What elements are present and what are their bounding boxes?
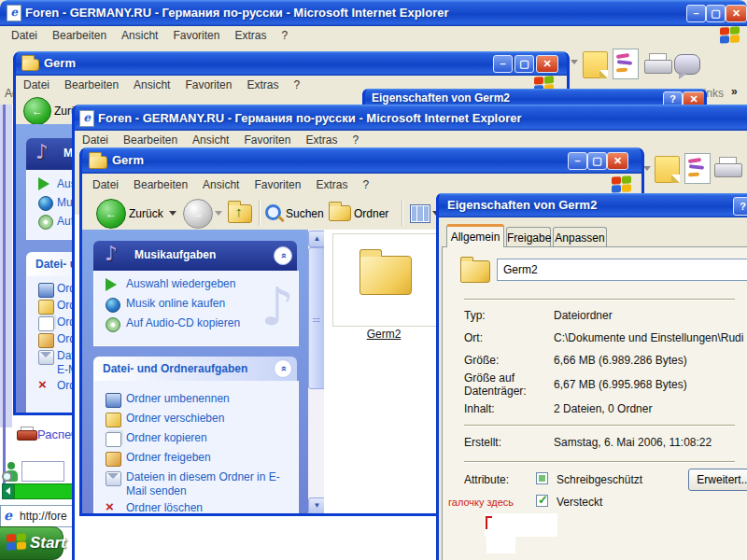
name-field[interactable]: Germ2 bbox=[497, 259, 747, 281]
task-link[interactable]: Musik online kaufen bbox=[126, 297, 225, 311]
dialog-properties-front: Eigenschaften von Germ2 ? Allgemein Frei… bbox=[436, 193, 747, 560]
menu-help[interactable]: ? bbox=[293, 78, 300, 91]
advanced-button[interactable]: Erweitert... bbox=[688, 469, 747, 491]
back-button[interactable]: ← bbox=[23, 97, 51, 125]
back-dropdown-icon[interactable] bbox=[169, 211, 176, 216]
print-icon[interactable] bbox=[714, 157, 740, 179]
cd-icon bbox=[106, 317, 120, 332]
menu-datei[interactable]: Datei bbox=[92, 178, 119, 191]
menu-bearbeiten[interactable]: Bearbeiten bbox=[123, 133, 177, 147]
collapse-chevron-icon[interactable]: » bbox=[274, 246, 292, 265]
minimize-button[interactable]: – bbox=[493, 55, 513, 73]
menu-ansicht[interactable]: Ansicht bbox=[121, 29, 158, 42]
task-link[interactable]: Dateien in diesem Ordner in E-Mail sende… bbox=[126, 470, 287, 498]
tab-anpassen[interactable]: Anpassen bbox=[553, 227, 607, 247]
menu-ansicht[interactable]: Ansicht bbox=[192, 133, 229, 147]
readonly-checkbox[interactable] bbox=[536, 472, 548, 484]
mail-icon[interactable] bbox=[655, 156, 680, 183]
task-link[interactable]: Auf Audio-CD kopieren bbox=[126, 316, 240, 330]
close-button[interactable]: ✕ bbox=[726, 5, 747, 22]
maximize-button[interactable]: ▢ bbox=[706, 5, 726, 22]
tab-freigabe[interactable]: Freigabe bbox=[506, 227, 551, 247]
annotation-text: галочку здесь bbox=[448, 497, 514, 508]
menu-help[interactable]: ? bbox=[362, 178, 369, 191]
collapse-chevron-icon[interactable]: » bbox=[274, 359, 292, 378]
file-pane-header[interactable]: Datei- und Ordneraufgaben » bbox=[93, 357, 297, 381]
menu-datei[interactable]: Datei bbox=[11, 29, 37, 42]
menu-extras[interactable]: Extras bbox=[234, 29, 266, 42]
menu-extras[interactable]: Extras bbox=[316, 178, 347, 191]
maximize-button[interactable]: ▢ bbox=[514, 55, 534, 73]
menu-help[interactable]: ? bbox=[352, 133, 359, 147]
music-pane-header[interactable]: ♪ Musikaufgaben » bbox=[93, 241, 297, 271]
dialog-title: Eigenschaften von Germ2 bbox=[447, 198, 597, 212]
menu-help[interactable]: ? bbox=[281, 29, 288, 42]
tab-allgemein[interactable]: Allgemein bbox=[446, 224, 504, 247]
file-label[interactable]: Germ2 bbox=[332, 328, 435, 341]
minimize-button[interactable]: – bbox=[568, 152, 587, 170]
music-pane-title: Musikaufgaben bbox=[134, 248, 216, 261]
tab-label: Allgemein bbox=[451, 231, 500, 244]
forward-dropdown-icon[interactable] bbox=[215, 211, 222, 216]
menu-ansicht[interactable]: Ansicht bbox=[203, 178, 239, 191]
titlebar[interactable] bbox=[79, 147, 644, 174]
maximize-button[interactable]: ▢ bbox=[587, 152, 607, 170]
menu-extras[interactable]: Extras bbox=[305, 133, 337, 147]
minimize-button[interactable]: – bbox=[686, 5, 706, 22]
print-icon[interactable] bbox=[644, 53, 670, 76]
up-folder-icon[interactable]: ↑ bbox=[228, 204, 252, 223]
row-value: 2 Dateien, 0 Ordner bbox=[554, 402, 747, 415]
print-page-link[interactable]: Распечатать bbox=[37, 427, 73, 441]
task-link[interactable]: Ordner kopieren bbox=[126, 431, 207, 445]
titlebar[interactable] bbox=[13, 51, 570, 76]
menu-datei[interactable]: Datei bbox=[82, 133, 108, 147]
germ2-folder-icon[interactable] bbox=[359, 256, 412, 295]
task-link[interactable]: Ordner verschieben bbox=[126, 412, 224, 426]
hidden-checkbox[interactable]: ✓ bbox=[536, 495, 548, 507]
readonly-label[interactable]: Schreibgeschützt bbox=[557, 473, 642, 486]
menu-bearbeiten[interactable]: Bearbeiten bbox=[134, 178, 188, 191]
mail-icon[interactable] bbox=[583, 51, 608, 78]
task-link[interactable]: Ordner löschen bbox=[126, 501, 203, 514]
mail-dropdown-icon[interactable] bbox=[571, 60, 578, 64]
forward-button[interactable]: → bbox=[183, 199, 213, 229]
status-url: http://fore bbox=[20, 510, 67, 523]
task-link[interactable]: Ordner freigeben bbox=[126, 451, 211, 465]
edit-icon[interactable] bbox=[684, 153, 711, 184]
hidden-label[interactable]: Versteckt bbox=[557, 496, 602, 509]
file-label-text[interactable]: Germ2 bbox=[367, 328, 402, 341]
menu-bearbeiten[interactable]: Bearbeiten bbox=[64, 78, 119, 91]
up-arrow-icon: ↑ bbox=[235, 203, 243, 219]
close-button[interactable]: ✕ bbox=[607, 152, 628, 170]
menu-bearbeiten[interactable]: Bearbeiten bbox=[52, 29, 106, 42]
start-button[interactable]: Start bbox=[0, 526, 63, 560]
menu-datei[interactable]: Datei bbox=[23, 78, 49, 91]
views-icon[interactable] bbox=[410, 204, 430, 223]
task-link[interactable]: Auswahl wiedergeben bbox=[126, 277, 235, 291]
edit-icon[interactable] bbox=[613, 49, 639, 79]
search-input[interactable] bbox=[21, 461, 64, 482]
task-link[interactable]: Ordner umbenennen bbox=[126, 392, 230, 406]
menu-extras[interactable]: Extras bbox=[247, 78, 278, 91]
close-button[interactable]: ✕ bbox=[536, 55, 558, 73]
left-arrow-icon bbox=[6, 487, 10, 495]
menu-favoriten[interactable]: Favoriten bbox=[244, 133, 290, 147]
search-label[interactable]: Suchen bbox=[286, 207, 324, 220]
folders-label[interactable]: Ordner bbox=[354, 207, 388, 220]
search-icon[interactable] bbox=[265, 204, 281, 220]
menu-favoriten[interactable]: Favoriten bbox=[254, 178, 301, 191]
links-chevron[interactable]: » bbox=[731, 85, 738, 98]
back-label[interactable]: Zurück bbox=[129, 207, 163, 220]
page-vertical-rule bbox=[3, 105, 6, 485]
row-label: Ort: bbox=[464, 331, 483, 344]
menu-ansicht[interactable]: Ansicht bbox=[134, 78, 170, 91]
print-page-icon[interactable] bbox=[17, 427, 35, 441]
menu-favoriten[interactable]: Favoriten bbox=[173, 29, 219, 42]
menu-favoriten[interactable]: Favoriten bbox=[185, 78, 232, 91]
back-button[interactable]: ← bbox=[96, 199, 126, 229]
help-button[interactable]: ? bbox=[733, 197, 747, 216]
row-value: Dateiordner bbox=[554, 309, 747, 322]
discuss-icon[interactable] bbox=[674, 54, 700, 75]
mail-dropdown-icon[interactable] bbox=[643, 166, 651, 171]
folders-icon[interactable] bbox=[329, 205, 351, 221]
